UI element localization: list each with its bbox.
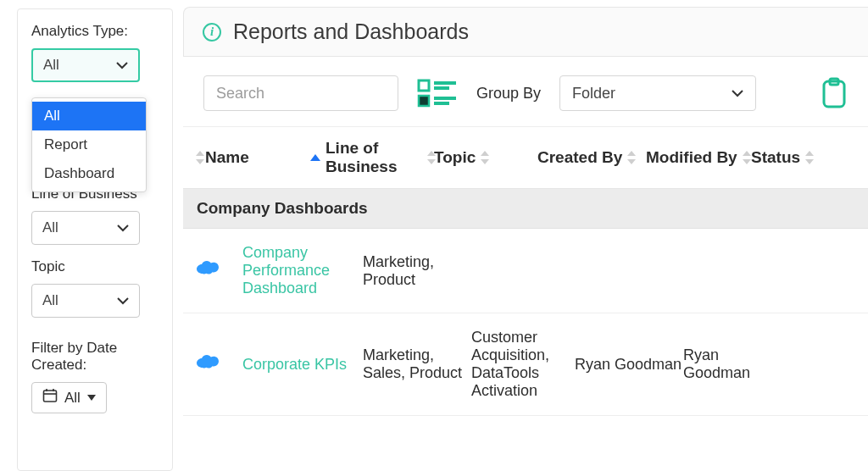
svg-rect-4 [419,80,429,91]
salesforce-cloud-icon [195,259,220,278]
sort-icon [627,151,636,164]
chevron-down-icon [732,90,743,97]
table-header: Name Line of Business Topic Created By M… [183,127,868,189]
col-status[interactable]: Status [751,148,819,167]
row-topic: Customer Acquisition, DataTools Activati… [471,329,575,400]
chevron-down-icon [117,224,129,232]
salesforce-cloud-icon [195,353,220,372]
row-name-link[interactable]: Company Performance Dashboard [242,244,363,297]
info-icon[interactable]: i [203,23,221,42]
row-lob: Marketing, Product [363,253,471,289]
chevron-down-icon [117,297,129,305]
topic-label: Topic [31,258,159,275]
search-input[interactable] [203,75,398,111]
row-name-link[interactable]: Corporate KPIs [242,356,363,374]
table-row: Company Performance Dashboard Marketing,… [183,229,868,313]
analytics-type-label: Analytics Type: [31,23,159,40]
chevron-down-icon [116,62,128,69]
date-filter-button[interactable]: All [31,382,107,413]
dropdown-option-report[interactable]: Report [32,130,146,159]
col-type-sort[interactable] [195,151,205,164]
groupby-value: Folder [572,85,615,103]
dropdown-option-all[interactable]: All [32,102,146,130]
analytics-type-select[interactable]: All [31,48,140,82]
dropdown-option-dashboard[interactable]: Dashboard [32,159,146,188]
col-lob[interactable]: Line of Business [326,139,434,176]
main-panel: i Reports and Dashboards Group By Folder [183,0,868,471]
col-name[interactable]: Name [205,148,326,167]
date-filter-label: Filter by Date Created: [31,340,159,374]
col-topic[interactable]: Topic [434,148,537,167]
svg-rect-7 [419,96,429,106]
col-modified-by[interactable]: Modified By [646,148,751,167]
sort-asc-icon [310,154,320,161]
row-lob: Marketing, Sales, Product [363,346,471,382]
groupby-label: Group By [476,85,541,103]
sort-icon [427,151,434,164]
topic-value: All [42,292,58,309]
table-row: Corporate KPIs Marketing, Sales, Product… [183,313,868,416]
analytics-type-dropdown: All Report Dashboard [31,97,147,192]
row-modified-by: Ryan Goodman [683,346,788,382]
col-created-by[interactable]: Created By [537,148,646,167]
analytics-type-value: All [43,57,59,74]
group-row[interactable]: Company Dashboards [183,189,868,229]
page-title: Reports and Dashboards [233,19,469,44]
page-header: i Reports and Dashboards [183,7,868,57]
svg-rect-0 [44,391,57,402]
filters-sidebar: Analytics Type: All All Report Dashboard… [17,8,173,471]
sort-icon [481,151,489,164]
calendar-icon [42,388,58,407]
lob-value: All [42,219,58,236]
toolbar: Group By Folder [183,57,868,127]
sort-icon [743,151,751,164]
caret-down-icon [87,395,96,401]
lob-select[interactable]: All [31,211,140,245]
groupby-select[interactable]: Folder [559,75,756,111]
row-created-by: Ryan Goodman [575,356,683,374]
group-view-icon[interactable] [417,77,458,109]
date-filter-value: All [64,390,81,407]
sort-icon [805,151,814,164]
clipboard-icon[interactable] [821,77,848,109]
topic-select[interactable]: All [31,284,140,318]
